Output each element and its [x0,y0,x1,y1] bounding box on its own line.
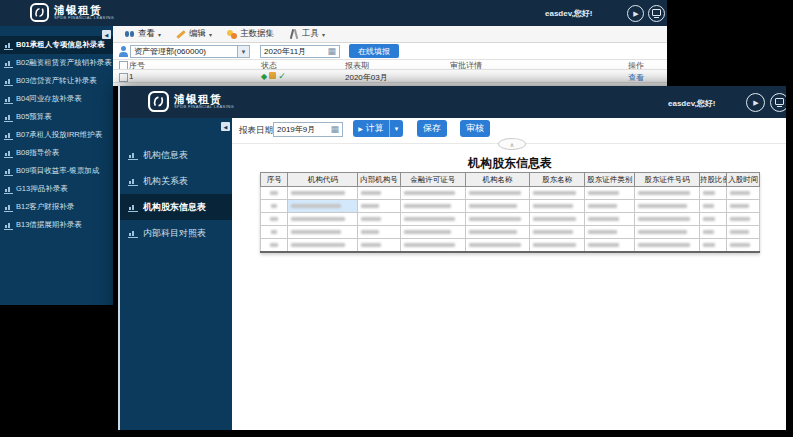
sidebar-collapse-icon[interactable]: ◀ [221,122,230,131]
redacted-value [291,217,344,221]
table-cell[interactable] [530,200,585,213]
calculate-button[interactable]: ▶ 计算 ▼ [353,120,403,137]
table-cell[interactable] [261,226,288,239]
table-cell[interactable] [261,187,288,200]
table-cell[interactable] [465,239,530,253]
table-cell[interactable] [358,213,400,226]
table-cell[interactable] [465,200,530,213]
table-cell[interactable] [727,200,760,213]
table-cell[interactable] [465,213,530,226]
table-cell[interactable] [530,226,585,239]
table-cell[interactable] [635,200,700,213]
table-cell[interactable] [261,239,288,253]
table-cell[interactable] [635,213,700,226]
redacted-value [703,243,715,247]
table-column-header: 机构名称 [465,173,530,187]
table-cell[interactable] [358,239,400,253]
menubar-item-2[interactable]: 编辑▾ [176,28,212,40]
table-cell[interactable] [358,187,400,200]
table-cell[interactable] [700,200,727,213]
sidebar-item-report[interactable]: 内部科目对照表 [120,220,232,246]
run-icon[interactable]: ▶ [746,93,765,112]
table-cell[interactable] [585,187,635,200]
table-cell[interactable] [700,226,727,239]
redacted-value [469,217,521,221]
menubar-item-1[interactable]: 查看▾ [125,28,161,40]
department-select[interactable]: 资产管理部(060000) ▼ [130,45,250,58]
save-button[interactable]: 保存 [417,120,447,137]
table-cell[interactable] [288,213,358,226]
menubar-item-3[interactable]: 主数据集 [227,28,274,40]
redacted-value [291,204,341,208]
table-cell[interactable] [261,213,288,226]
sidebar-item-report[interactable]: B07承租人投放IRR维护表 [0,126,113,144]
table-cell[interactable] [288,239,358,253]
sidebar-item-report[interactable]: G13押品补录表 [0,180,113,198]
table-cell[interactable] [727,226,760,239]
table-cell[interactable] [465,226,530,239]
sidebar-item-report[interactable]: B01承租人专项信息补录表 [0,36,113,54]
table-cell[interactable] [288,200,358,213]
table-cell[interactable] [358,200,400,213]
table-cell[interactable] [585,200,635,213]
table-cell[interactable] [635,239,700,253]
table-cell[interactable] [400,187,465,200]
table-cell[interactable] [465,187,530,200]
table-cell[interactable] [288,187,358,200]
table-cell[interactable] [400,200,465,213]
table-cell[interactable] [585,226,635,239]
sidebar-item-report[interactable]: 机构关系表 [120,168,232,194]
sidebar-item-report[interactable]: B13借据展期补录表 [0,216,113,234]
table-cell[interactable] [700,239,727,253]
sidebar-item-report[interactable]: B04同业存放补录表 [0,90,113,108]
table-cell[interactable] [288,226,358,239]
table-cell[interactable] [261,200,288,213]
row-checkbox[interactable] [119,73,128,82]
sidebar-item-report[interactable]: B08指导价表 [0,144,113,162]
table-cell[interactable] [585,213,635,226]
run-icon[interactable]: ▶ [627,5,644,22]
table-cell[interactable] [700,187,727,200]
sidebar-item-label: B01承租人专项信息补录表 [16,40,105,50]
redacted-value [361,204,378,208]
table-cell[interactable] [530,187,585,200]
panel-collapse-icon[interactable]: ∧ [498,138,526,150]
sidebar-item-report[interactable]: B02融资租赁资产核销补录表 [0,54,113,72]
sidebar-collapse-icon[interactable]: ◀ [102,30,111,39]
online-fill-button[interactable]: 在线填报 [349,44,399,58]
table-cell[interactable] [727,187,760,200]
sidebar-item-report[interactable]: B05预算表 [0,108,113,126]
menubar-item-4[interactable]: 工具▾ [289,28,325,40]
table-cell[interactable] [400,226,465,239]
select-arrow-icon[interactable]: ▼ [237,46,249,57]
calculate-dropdown-icon[interactable]: ▼ [389,120,403,137]
monitor-icon[interactable] [648,5,665,22]
report-date-input[interactable]: 2019年9月 ▦ [273,122,343,137]
sidebar-item-report[interactable]: B12客户财报补录 [0,198,113,216]
table-cell[interactable] [530,239,585,253]
sidebar-item-report[interactable]: B03信贷资产转让补录表 [0,72,113,90]
audit-button[interactable]: 审核 [460,120,490,137]
table-cell[interactable] [635,226,700,239]
monitor-icon[interactable] [770,93,786,112]
period-input[interactable]: 2020年11月 ▦ [260,45,340,58]
table-cell[interactable] [727,213,760,226]
dropdown-arrow-icon: ▾ [209,31,212,38]
table-cell[interactable] [700,213,727,226]
table-cell[interactable] [530,213,585,226]
table-cell[interactable] [400,213,465,226]
table-cell[interactable] [727,239,760,253]
table-cell[interactable] [400,239,465,253]
calendar-icon[interactable]: ▦ [330,125,339,134]
redacted-value [469,204,518,208]
sidebar-item-report[interactable]: 机构股东信息表 [120,194,232,220]
sidebar-item-report[interactable]: B09项目收益率-银票加成 [0,162,113,180]
table-cell[interactable] [585,239,635,253]
redacted-value [361,217,380,221]
sidebar-item-report[interactable]: 机构信息表 [120,142,232,168]
desktop-canvas: 浦银租赁 SPDB FINANCIAL LEASING easdev,您好! ▶… [0,0,793,437]
play-icon: ▶ [753,99,758,106]
table-cell[interactable] [358,226,400,239]
table-cell[interactable] [635,187,700,200]
calendar-icon[interactable]: ▦ [327,47,336,56]
